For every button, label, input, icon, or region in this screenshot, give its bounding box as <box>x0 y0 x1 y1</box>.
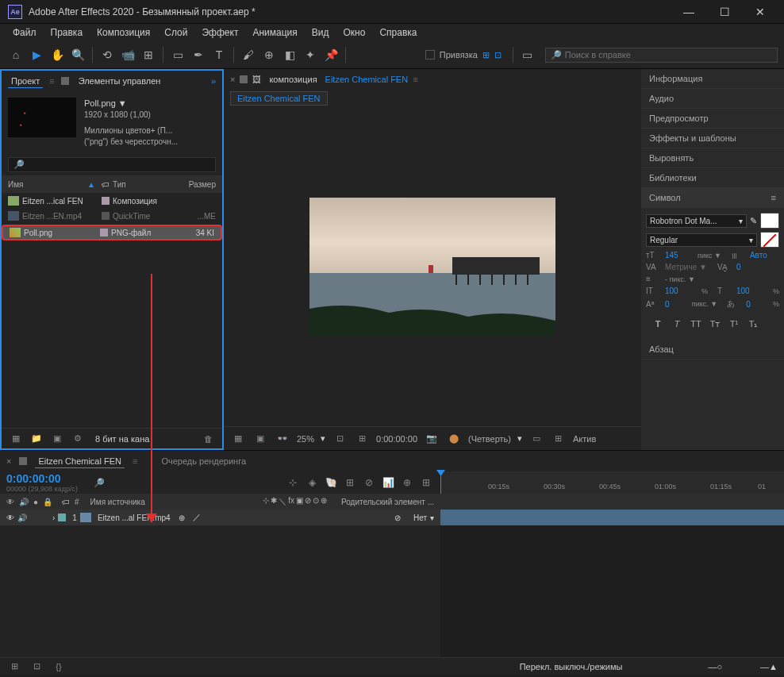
shy-icon[interactable]: 🐚 <box>323 475 339 490</box>
project-search-input[interactable] <box>25 160 210 170</box>
trash-icon[interactable]: 🗑 <box>200 431 216 447</box>
project-item-video[interactable]: Eitzen ...EN.mp4 QuickTime ...ME <box>2 208 222 224</box>
brush-tool[interactable]: 🖌 <box>239 45 258 64</box>
interpret-footage-icon[interactable]: ▦ <box>8 431 24 447</box>
menu-effect[interactable]: Эффект <box>195 25 244 40</box>
timeline-layer-1[interactable]: 👁 🔊 › 1 Eitzen ...al FEN.mp4 ⊕ ／ ⊘ Нет ▾ <box>0 510 784 525</box>
toggle-alpha-icon[interactable]: ▣ <box>252 431 268 447</box>
more-icon[interactable]: ⊞ <box>418 475 434 490</box>
toggle-pane-icon[interactable]: {} <box>51 659 67 675</box>
parent-col[interactable]: Родительский элемент ... <box>341 498 434 506</box>
info-panel[interactable]: Информация <box>641 69 784 89</box>
project-search[interactable]: 🔎 <box>8 157 216 172</box>
subscript-button[interactable]: T₁ <box>744 316 762 332</box>
quality-dropdown[interactable]: (Четверть) <box>468 434 511 444</box>
label-col-icon[interactable]: 🏷 <box>62 498 70 506</box>
bpc-label[interactable]: 8 бит на кана <box>95 434 149 444</box>
switches-label[interactable]: Перекл. выключ./режимы <box>520 662 623 671</box>
fill-color-swatch[interactable] <box>760 213 779 229</box>
menu-file[interactable]: Файл <box>6 25 43 40</box>
graph-editor-icon[interactable]: 📊 <box>380 475 396 490</box>
source-name-col[interactable]: Имя источника <box>90 498 145 506</box>
zoom-tool[interactable]: 🔍 <box>68 45 87 64</box>
layer-visibility-icon[interactable]: 👁 <box>6 514 14 522</box>
channel-icon[interactable]: ⬤ <box>446 431 462 447</box>
zoom-level[interactable]: 25% <box>297 434 314 444</box>
clone-tool[interactable]: ⊕ <box>259 45 279 64</box>
new-comp-icon[interactable]: ▣ <box>49 431 65 447</box>
effects-panel[interactable]: Эффекты и шаблоны <box>641 129 784 148</box>
roto-tool[interactable]: ✦ <box>301 45 320 64</box>
label-color[interactable] <box>100 229 108 237</box>
pan-behind-tool[interactable]: ⊞ <box>139 45 158 64</box>
camera-tool[interactable]: 📹 <box>118 45 137 64</box>
tsume-value[interactable]: 0 <box>746 300 770 309</box>
allcaps-button[interactable]: TT <box>687 316 705 332</box>
font-size-value[interactable]: 145 <box>665 251 694 260</box>
bold-button[interactable]: T <box>649 316 667 332</box>
layer-name[interactable]: Eitzen ...al FEN.mp4 <box>98 514 171 522</box>
italic-button[interactable]: T <box>668 316 686 332</box>
active-camera[interactable]: Актив <box>573 434 596 444</box>
rectangle-tool[interactable]: ▭ <box>168 45 187 64</box>
libraries-panel[interactable]: Библиотеки <box>641 168 784 188</box>
view-icon[interactable]: ▭ <box>528 431 544 447</box>
character-panel-header[interactable]: Символ≡ <box>641 188 784 208</box>
menu-view[interactable]: Вид <box>306 25 336 40</box>
timeline-comp-tab[interactable]: Eitzen Chemical FEN <box>35 455 125 468</box>
eraser-tool[interactable]: ◧ <box>280 45 299 64</box>
preview-panel[interactable]: Предпросмотр <box>641 109 784 129</box>
vscale-value[interactable]: 100 <box>665 287 698 295</box>
snapshot-icon[interactable]: 📷 <box>424 431 440 447</box>
timeline-timecode[interactable]: 0:00:00:00 <box>6 472 78 485</box>
project-item-comp[interactable]: Eitzen ...ical FEN Композиция <box>2 193 222 209</box>
3d-icon[interactable]: ⊞ <box>551 431 567 447</box>
layer-bar[interactable] <box>440 510 784 525</box>
mask-icon[interactable]: 👓 <box>275 431 290 447</box>
grid-icon[interactable]: ▦ <box>230 431 246 447</box>
toggle-switches-icon[interactable]: ⊞ <box>6 659 22 675</box>
snap-checkbox[interactable] <box>425 50 435 60</box>
comp-name[interactable]: Eitzen Chemical FEN <box>325 75 409 84</box>
hscale-value[interactable]: 100 <box>736 287 770 295</box>
selection-tool[interactable]: ▶ <box>27 45 46 64</box>
render-queue-tab[interactable]: Очередь рендеринга <box>161 456 246 466</box>
col-name[interactable]: Имя <box>8 180 87 189</box>
close-button[interactable]: ✕ <box>748 4 772 20</box>
comp-mini-flowchart-icon[interactable]: ⊹ <box>285 475 301 490</box>
maximize-button[interactable]: ☐ <box>713 4 736 20</box>
leading-value[interactable]: Авто <box>750 251 779 260</box>
hand-tool[interactable]: ✋ <box>48 45 67 64</box>
col-type[interactable]: Тип <box>113 180 176 189</box>
time-ruler[interactable]: 00:15s 00:30s 00:45s 01:00s 01:15s 01 <box>440 471 784 494</box>
roi-icon[interactable]: ⊞ <box>354 431 370 447</box>
home-tool[interactable]: ⌂ <box>6 45 25 64</box>
toggle-modes-icon[interactable]: ⊡ <box>29 659 44 675</box>
menu-window[interactable]: Окно <box>336 25 371 40</box>
menu-help[interactable]: Справка <box>373 25 423 40</box>
comp-subtab[interactable]: Eitzen Chemical FEN <box>230 91 328 106</box>
workspace-button[interactable]: ▭ <box>518 45 537 64</box>
playhead[interactable] <box>440 471 441 494</box>
menu-edit[interactable]: Правка <box>44 25 90 40</box>
stroke-color-swatch[interactable] <box>760 232 779 248</box>
col-size[interactable]: Размер <box>176 180 216 189</box>
audio-col-icon[interactable]: 🔊 <box>19 498 29 506</box>
help-search-input[interactable] <box>565 50 772 60</box>
menu-layer[interactable]: Слой <box>158 25 194 40</box>
solo-col-icon[interactable]: ● <box>33 498 38 506</box>
lock-col-icon[interactable]: 🔒 <box>43 498 52 506</box>
menu-composition[interactable]: Композиция <box>90 25 156 40</box>
puppet-tool[interactable]: 📌 <box>321 45 340 64</box>
label-color[interactable] <box>102 197 110 205</box>
audio-panel[interactable]: Аудио <box>641 89 784 109</box>
text-tool[interactable]: T <box>209 45 229 64</box>
menu-animation[interactable]: Анимация <box>246 25 303 40</box>
project-settings-icon[interactable]: ⚙ <box>70 431 86 447</box>
eyedropper-icon[interactable]: ✎ <box>750 216 757 226</box>
new-folder-icon[interactable]: 📁 <box>29 431 44 447</box>
visibility-col-icon[interactable]: 👁 <box>6 498 14 506</box>
layer-audio-icon[interactable]: 🔊 <box>17 514 27 522</box>
frame-blend-icon[interactable]: ⊞ <box>342 475 358 490</box>
effect-controls-tab[interactable]: Элементы управлен <box>75 75 164 87</box>
